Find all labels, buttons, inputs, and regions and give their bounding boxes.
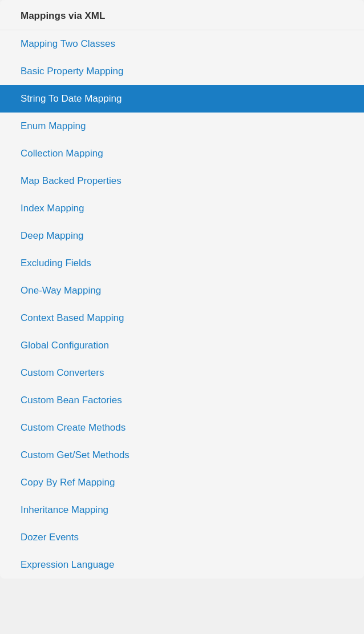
sidebar-item-basic-property-mapping[interactable]: Basic Property Mapping: [0, 58, 364, 85]
sidebar-item-string-to-date-mapping[interactable]: String To Date Mapping: [0, 85, 364, 113]
sidebar: Mappings via XML Mapping Two ClassesBasi…: [0, 0, 364, 579]
sidebar-item-context-based-mapping[interactable]: Context Based Mapping: [0, 304, 364, 332]
sidebar-item-custom-get-set-methods[interactable]: Custom Get/Set Methods: [0, 442, 364, 469]
sidebar-item-one-way-mapping[interactable]: One-Way Mapping: [0, 277, 364, 304]
sidebar-item-custom-converters[interactable]: Custom Converters: [0, 359, 364, 387]
sidebar-item-custom-bean-factories[interactable]: Custom Bean Factories: [0, 387, 364, 414]
sidebar-item-enum-mapping[interactable]: Enum Mapping: [0, 113, 364, 140]
sidebar-item-custom-create-methods[interactable]: Custom Create Methods: [0, 414, 364, 442]
sidebar-item-copy-by-ref-mapping[interactable]: Copy By Ref Mapping: [0, 469, 364, 496]
sidebar-item-global-configuration[interactable]: Global Configuration: [0, 332, 364, 359]
sidebar-item-inheritance-mapping[interactable]: Inheritance Mapping: [0, 496, 364, 524]
sidebar-item-mapping-two-classes[interactable]: Mapping Two Classes: [0, 30, 364, 58]
sidebar-header: Mappings via XML: [0, 0, 364, 30]
sidebar-item-collection-mapping[interactable]: Collection Mapping: [0, 140, 364, 167]
sidebar-item-excluding-fields[interactable]: Excluding Fields: [0, 250, 364, 277]
nav-list: Mapping Two ClassesBasic Property Mappin…: [0, 30, 364, 579]
sidebar-item-deep-mapping[interactable]: Deep Mapping: [0, 222, 364, 250]
sidebar-item-expression-language[interactable]: Expression Language: [0, 551, 364, 579]
sidebar-item-dozer-events[interactable]: Dozer Events: [0, 524, 364, 551]
sidebar-item-map-backed-properties[interactable]: Map Backed Properties: [0, 167, 364, 195]
sidebar-item-index-mapping[interactable]: Index Mapping: [0, 195, 364, 222]
